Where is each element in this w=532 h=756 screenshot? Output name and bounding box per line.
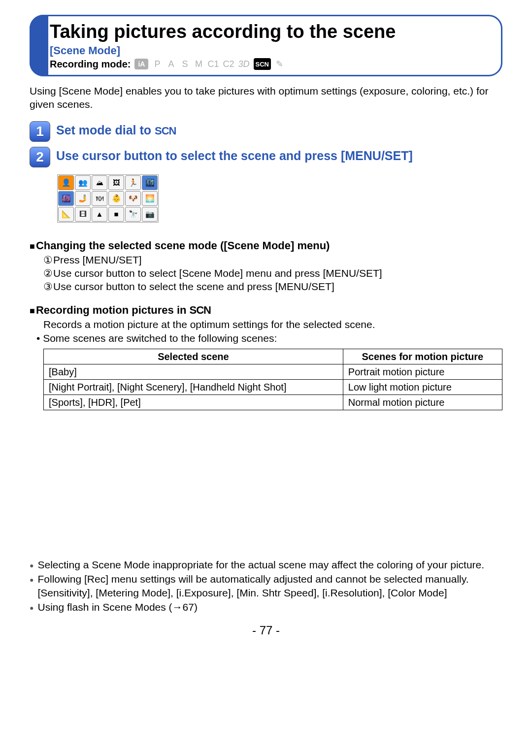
scene-icon: 🍽	[92, 191, 107, 206]
scene-icon: ⛰	[92, 175, 107, 190]
scene-icon: 👶	[108, 191, 124, 206]
scene-icon: 🌆	[58, 191, 74, 206]
recording-mode-line: Recording mode: iA P A S M C1 C2 3D SCN …	[50, 58, 487, 70]
recording-label: Recording mode:	[50, 59, 131, 70]
footnotes: ● Selecting a Scene Mode inappropriate f…	[30, 558, 502, 614]
table-row: [Baby] Portrait motion picture	[44, 364, 502, 380]
motion-heading: ■Recording motion pictures in SCN	[30, 304, 502, 317]
step-2-badge: 2	[30, 147, 50, 167]
change-scene-heading: ■Changing the selected scene mode ([Scen…	[30, 239, 502, 252]
scene-icon: 🎞	[75, 207, 91, 222]
scene-icon: ■	[108, 207, 124, 222]
scene-icon: 👤	[58, 175, 74, 190]
scene-icon: 🖼	[108, 175, 124, 190]
scene-icon: 🤳	[75, 191, 91, 206]
scene-icon: 🔭	[125, 207, 141, 222]
step-1-title: Set mode dial to SCN	[56, 121, 176, 142]
step-2-title: Use cursor button to select the scene an…	[56, 147, 413, 167]
intro-text: Using [Scene Mode] enables you to take p…	[30, 84, 502, 111]
mode-s-icon: S	[180, 59, 190, 69]
mode-ia-icon: iA	[134, 59, 148, 69]
table-header: Scenes for motion picture	[343, 349, 502, 364]
header-subtitle: [Scene Mode]	[50, 44, 487, 57]
note-item: ● Selecting a Scene Mode inappropriate f…	[30, 558, 502, 571]
table-header: Selected scene	[44, 349, 343, 364]
scene-icon: 👥	[75, 175, 91, 190]
scene-icon: 📐	[58, 207, 74, 222]
mode-p-icon: P	[152, 59, 162, 69]
mode-m-icon: M	[194, 59, 203, 69]
scene-motion-table: Selected scene Scenes for motion picture…	[43, 349, 502, 410]
scene-icon: 🌅	[142, 191, 158, 206]
change-scene-body: ①Press [MENU/SET] ②Use cursor button to …	[43, 253, 502, 294]
mode-palette-icon: ✎	[275, 59, 285, 69]
scene-selection-grid: 👤 👥 ⛰ 🖼 🏃 🌃 🌆 🤳 🍽 👶 🐶 🌅 📐 🎞 ▲ ■ 🔭 📷	[57, 174, 159, 223]
scene-icon: 🌃	[142, 175, 158, 190]
mode-scn-icon: SCN	[254, 58, 271, 70]
step-1: 1 Set mode dial to SCN	[30, 121, 502, 142]
motion-body: Records a motion picture at the optimum …	[43, 318, 502, 410]
scene-icon: 🐶	[125, 191, 141, 206]
mode-3d-icon: 3D	[238, 59, 249, 69]
note-item: ● Using flash in Scene Modes (→67)	[30, 600, 502, 614]
page-number: - 77 -	[30, 624, 502, 637]
step-2: 2 Use cursor button to select the scene …	[30, 147, 502, 167]
mode-c1-icon: C1	[207, 59, 219, 69]
table-row: [Sports], [HDR], [Pet] Normal motion pic…	[44, 395, 502, 410]
scene-icon: ▲	[92, 207, 107, 222]
header-box: Taking pictures according to the scene […	[30, 15, 502, 76]
step-1-badge: 1	[30, 121, 50, 142]
scene-icon: 📷	[142, 207, 158, 222]
table-row: [Night Portrait], [Night Scenery], [Hand…	[44, 380, 502, 395]
page-title: Taking pictures according to the scene	[50, 21, 487, 42]
mode-a-icon: A	[166, 59, 176, 69]
mode-c2-icon: C2	[223, 59, 234, 69]
note-item: ● Following [Rec] menu settings will be …	[30, 572, 502, 599]
scene-icon: 🏃	[125, 175, 141, 190]
